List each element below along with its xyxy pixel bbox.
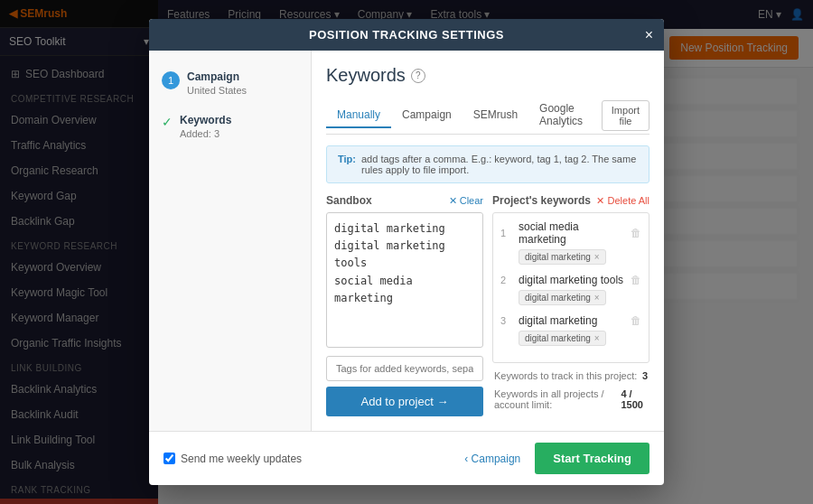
kw-num: 1 [500, 228, 513, 238]
kw-delete-button[interactable]: 🗑 [631, 274, 641, 286]
keywords-columns: Sandbox ✕ Clear digital marketing digita… [326, 194, 649, 416]
tag-text: digital marketing [525, 252, 591, 262]
sandbox-header: Sandbox ✕ Clear [326, 194, 483, 207]
tab-manually[interactable]: Manually [326, 103, 391, 128]
tag-input[interactable] [326, 356, 483, 381]
clear-button[interactable]: ✕ Clear [449, 195, 483, 207]
tab-semrush[interactable]: SEMrush [463, 103, 528, 128]
track-value: 3 [642, 370, 648, 381]
kw-delete-button[interactable]: 🗑 [631, 227, 641, 239]
keyword-item-2: 2 digital marketing tools 🗑 digital mark… [500, 274, 641, 305]
kw-text: digital marketing tools [519, 274, 625, 286]
wizard-step-campaign: 1 Campaign United States [149, 61, 311, 105]
tab-google-analytics[interactable]: Google Analytics [528, 97, 602, 135]
modal-content: Keywords ? Manually Campaign SEMrush Goo… [312, 51, 664, 431]
keyword-row: 1 social media marketing 🗑 [500, 220, 641, 246]
limit-row: Keywords in all projects / account limit… [492, 388, 649, 410]
tab-campaign[interactable]: Campaign [391, 103, 463, 128]
modal-footer: Send me weekly updates ‹ Campaign Start … [149, 431, 664, 485]
keyword-row: 3 digital marketing 🗑 [500, 314, 641, 327]
import-file-button[interactable]: Import file [602, 100, 649, 131]
wizard-step-keywords: ✓ Keywords Added: 3 [149, 105, 311, 148]
add-btn-label: Add to project → [361, 395, 449, 408]
track-label: Keywords to track in this project: [494, 370, 637, 381]
sandbox-title: Sandbox [326, 194, 372, 207]
tag-text: digital marketing [525, 293, 591, 303]
project-keywords-list: 1 social media marketing 🗑 digital marke… [492, 212, 649, 363]
wizard-step-num: 1 [162, 71, 180, 89]
kw-num: 3 [500, 315, 513, 326]
weekly-updates-label: Send me weekly updates [181, 453, 302, 465]
keyword-item-1: 1 social media marketing 🗑 digital marke… [500, 220, 641, 265]
modal-header: POSITION TRACKING SETTINGS × [149, 19, 664, 51]
modal-body: 1 Campaign United States ✓ Keywords Adde… [149, 51, 664, 431]
sandbox-column: Sandbox ✕ Clear digital marketing digita… [326, 194, 483, 416]
project-title: Project's keywords [492, 194, 591, 207]
kw-text: social media marketing [519, 220, 625, 246]
tab-bar: Manually Campaign SEMrush Google Analyti… [326, 97, 649, 135]
modal: POSITION TRACKING SETTINGS × 1 Campaign … [149, 19, 664, 485]
weekly-updates-row: Send me weekly updates [164, 453, 302, 465]
keywords-title: Keywords ? [326, 65, 649, 86]
wizard-step-info: Campaign United States [187, 70, 247, 96]
kw-tags: digital marketing × [500, 249, 641, 265]
tip-text: add tags after a comma. E.g.: keyword, t… [361, 154, 638, 175]
delete-all-button[interactable]: ✕ Delete All [596, 195, 649, 207]
tag-remove-button[interactable]: × [594, 252, 600, 262]
project-header: Project's keywords ✕ Delete All [492, 194, 649, 207]
sandbox-textarea[interactable]: digital marketing digital marketing tool… [326, 212, 483, 348]
tag-text: digital marketing [525, 333, 591, 343]
back-button[interactable]: ‹ Campaign [464, 453, 520, 465]
kw-tag: digital marketing × [519, 290, 606, 305]
add-to-project-button[interactable]: Add to project → [326, 387, 483, 416]
limit-label: Keywords in all projects / account limit… [494, 388, 621, 410]
wizard-sidebar: 1 Campaign United States ✓ Keywords Adde… [149, 51, 312, 431]
tip-box: Tip: add tags after a comma. E.g.: keywo… [326, 145, 649, 183]
kw-tags: digital marketing × [500, 331, 641, 346]
wizard-step-sub: Added: 3 [180, 128, 231, 139]
wizard-step-check-info: Keywords Added: 3 [180, 114, 231, 139]
kw-text: digital marketing [519, 314, 625, 327]
project-column: Project's keywords ✕ Delete All 1 social… [492, 194, 649, 416]
keyword-item-3: 3 digital marketing 🗑 digital marketing … [500, 314, 641, 346]
kw-num: 2 [500, 275, 513, 285]
weekly-updates-checkbox[interactable] [164, 453, 175, 464]
wizard-step-title: Keywords [180, 114, 231, 126]
kw-tag: digital marketing × [519, 249, 606, 265]
keyword-row: 2 digital marketing tools 🗑 [500, 274, 641, 286]
kw-tags: digital marketing × [500, 290, 641, 305]
modal-title: POSITION TRACKING SETTINGS [309, 28, 504, 42]
wizard-step-sub: United States [187, 85, 247, 96]
wizard-step-title: Campaign [187, 70, 247, 83]
tag-remove-button[interactable]: × [594, 333, 600, 343]
start-tracking-button[interactable]: Start Tracking [535, 443, 649, 474]
check-icon: ✓ [162, 115, 173, 129]
modal-close-button[interactable]: × [645, 28, 653, 42]
tip-label: Tip: [338, 154, 356, 164]
tag-remove-button[interactable]: × [594, 293, 600, 303]
kw-delete-button[interactable]: 🗑 [631, 314, 641, 327]
kw-tag: digital marketing × [519, 331, 606, 346]
stats-row: Keywords to track in this project: 3 [492, 370, 649, 381]
limit-value: 4 / 1500 [621, 388, 648, 410]
info-icon[interactable]: ? [411, 69, 425, 83]
